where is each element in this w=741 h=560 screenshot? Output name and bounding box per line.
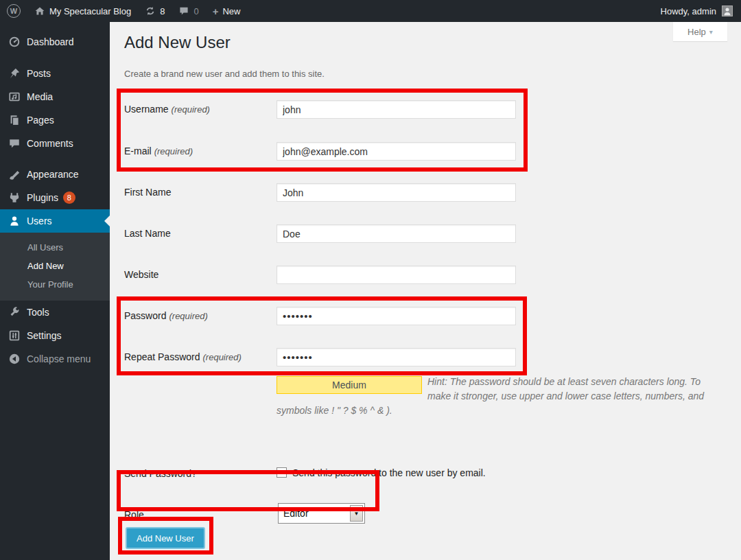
help-label: Help: [687, 27, 706, 37]
sidebar-item-label: Pages: [27, 115, 54, 126]
sidebar-item-label: Settings: [27, 330, 62, 341]
required-hint: (required): [203, 352, 242, 362]
last-name-label: Last Name: [124, 228, 171, 239]
select-arrow-button[interactable]: ▼: [350, 505, 363, 522]
submenu-item-all-users[interactable]: All Users: [0, 238, 110, 257]
wp-logo-menu[interactable]: W: [0, 0, 27, 22]
new-label: New: [222, 6, 240, 16]
repeat-password-label: Repeat Password(required): [124, 351, 242, 362]
first-name-label: First Name: [124, 187, 171, 198]
sidebar-item-users[interactable]: Users: [0, 209, 110, 233]
sidebar-item-settings[interactable]: Settings: [0, 324, 110, 347]
add-new-user-button[interactable]: Add New User: [126, 527, 205, 549]
help-button[interactable]: Help ▾: [673, 22, 727, 41]
email-label: E-mail(required): [124, 145, 193, 156]
sidebar-item-tools[interactable]: Tools: [0, 301, 110, 324]
sidebar-item-label: Posts: [27, 68, 51, 79]
comment-count: 0: [193, 6, 198, 16]
admin-bar: W My Spectacular Blog 8 0 + New Howdy, a…: [0, 0, 741, 22]
new-menu[interactable]: + New: [206, 0, 248, 22]
sidebar-item-label: Media: [27, 91, 53, 102]
sidebar-item-label: Dashboard: [27, 36, 74, 47]
role-label: Role: [124, 509, 144, 520]
update-count: 8: [160, 6, 165, 16]
sidebar-item-appearance[interactable]: Appearance: [0, 163, 110, 186]
users-icon: [8, 215, 21, 227]
sidebar-item-label: Plugins: [27, 192, 58, 203]
required-hint: (required): [154, 146, 193, 156]
send-password-checkbox[interactable]: [277, 467, 287, 478]
page-description: Create a brand new user and add them to …: [124, 69, 325, 79]
website-input[interactable]: [277, 266, 516, 284]
sidebar-item-media[interactable]: Media: [0, 85, 110, 108]
comments-icon: [8, 137, 21, 150]
role-select[interactable]: Editor ▼: [278, 503, 365, 524]
sidebar-item-label: Appearance: [27, 169, 79, 180]
sidebar-item-posts[interactable]: Posts: [0, 62, 110, 85]
password-input[interactable]: [277, 307, 516, 325]
collapse-icon: [8, 353, 21, 365]
plus-icon: +: [213, 6, 219, 16]
sidebar-item-label: Comments: [27, 138, 73, 149]
site-name: My Spectacular Blog: [49, 6, 131, 16]
password-label: Password(required): [124, 310, 208, 321]
users-submenu: All Users Add New Your Profile: [0, 233, 110, 301]
repeat-password-input[interactable]: [277, 348, 516, 366]
sidebar-item-label: Tools: [27, 307, 49, 318]
page-title: Add New User: [124, 32, 231, 54]
username-label: Username(required): [124, 104, 210, 115]
pages-icon: [8, 114, 21, 126]
comments-menu[interactable]: 0: [172, 0, 205, 22]
home-icon: [34, 5, 45, 16]
dashboard-icon: [8, 36, 21, 48]
sidebar-item-label: Users: [27, 215, 52, 226]
main-content: Help ▾ Add New User Create a brand new u…: [110, 22, 741, 560]
send-password-checkbox-label: Send this password to the new user by em…: [292, 467, 486, 478]
plugins-update-badge: 8: [63, 191, 75, 204]
submenu-item-your-profile[interactable]: Your Profile: [0, 275, 110, 294]
wrench-icon: [8, 306, 21, 318]
role-selected-value: Editor: [279, 508, 350, 519]
submenu-item-add-new[interactable]: Add New: [0, 257, 110, 275]
website-label: Website: [124, 269, 158, 280]
admin-sidebar: Dashboard Posts Media Pages Comments: [0, 22, 110, 560]
username-input[interactable]: [277, 100, 516, 119]
settings-icon: [8, 329, 21, 342]
wordpress-logo-icon: W: [7, 4, 21, 18]
sidebar-item-plugins[interactable]: Plugins 8: [0, 186, 110, 209]
chevron-down-icon: ▼: [354, 511, 360, 517]
sidebar-item-comments[interactable]: Comments: [0, 132, 110, 155]
updates-icon: [145, 5, 156, 16]
active-item-arrow: [104, 215, 110, 226]
person-icon: [722, 6, 732, 16]
sidebar-item-dashboard[interactable]: Dashboard: [0, 30, 110, 54]
comment-bubble-icon: [178, 5, 189, 16]
first-name-input[interactable]: [277, 183, 516, 202]
sidebar-item-pages[interactable]: Pages: [0, 108, 110, 132]
updates-menu[interactable]: 8: [138, 0, 172, 22]
plugin-icon: [8, 191, 21, 204]
required-hint: (required): [169, 311, 207, 321]
password-strength-meter: Medium: [277, 376, 422, 394]
required-hint: (required): [172, 104, 210, 115]
pushpin-icon: [8, 67, 21, 80]
sidebar-item-collapse-menu[interactable]: Collapse menu: [0, 347, 110, 371]
password-hint-area: Medium Hint: The password should be at l…: [277, 375, 713, 418]
sidebar-item-label: Collapse menu: [27, 353, 91, 364]
media-icon: [8, 91, 21, 103]
email-input[interactable]: [277, 142, 516, 161]
send-password-label: Send Password?: [124, 468, 197, 479]
howdy-text[interactable]: Howdy, admin: [661, 6, 716, 16]
avatar[interactable]: [722, 5, 733, 16]
paintbrush-icon: [8, 168, 21, 180]
chevron-down-icon: ▾: [709, 28, 713, 36]
site-name-menu[interactable]: My Spectacular Blog: [27, 0, 138, 22]
last-name-input[interactable]: [277, 224, 516, 243]
